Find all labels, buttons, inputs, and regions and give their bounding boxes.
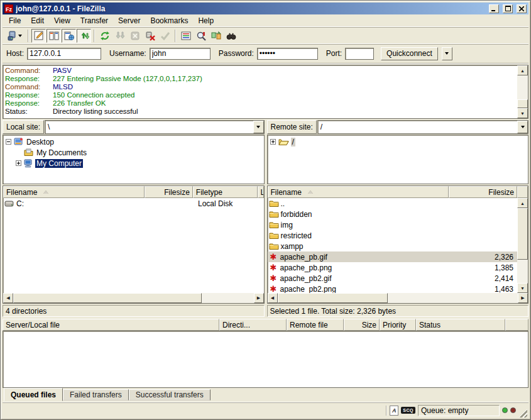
scroll-left-icon[interactable]: ◀ [268,293,278,303]
synchronized-browsing-button[interactable] [209,29,223,43]
toggle-message-log-button[interactable] [31,29,46,43]
column-filename[interactable]: Filename [3,186,145,198]
remote-list-status: Selected 1 file. Total size: 2,326 bytes [267,305,529,317]
scroll-left-icon[interactable]: ◀ [3,293,13,303]
file-row[interactable]: ✱apache_pb2.png 1,463 [268,284,518,293]
remote-site-combo[interactable]: / [317,120,528,134]
menu-help[interactable]: Help [193,15,219,26]
remote-site-dropdown-button[interactable] [517,121,528,133]
password-input[interactable] [257,48,318,60]
menu-view[interactable]: View [49,15,75,26]
folder-row[interactable]: .. [268,198,518,209]
scrollbar-track[interactable] [202,293,254,303]
file-row[interactable]: ✱apache_pb2.gif 2,414 [268,273,518,284]
tree-item-my-computer[interactable]: My Computer [4,158,264,169]
scroll-right-icon[interactable]: ▶ [254,293,264,303]
column-filesize[interactable]: Filesize [449,186,518,198]
menu-transfer[interactable]: Transfer [75,15,113,26]
menu-file[interactable]: File [4,15,26,26]
speed-limits-icon[interactable]: SCQ [401,407,415,414]
queue-body[interactable] [3,331,528,388]
host-input[interactable] [27,48,101,60]
scrollbar-track[interactable] [388,293,518,303]
toggle-queue-button[interactable] [77,29,91,43]
resize-grip[interactable] [518,409,527,417]
menu-server[interactable]: Server [113,15,145,26]
process-queue-button[interactable] [112,29,127,43]
username-input[interactable] [150,48,211,60]
expand-icon[interactable] [270,139,276,145]
column-server-local-file[interactable]: Server/Local file [3,319,219,331]
maximize-button[interactable] [503,4,513,13]
column-filetype[interactable]: Filetype [193,186,258,198]
log-scrollbar[interactable]: ▲ ▼ [517,65,528,118]
quickconnect-dropdown-button[interactable] [442,47,452,60]
column-filename[interactable]: Filename [268,186,449,198]
message-log-icon [34,31,44,41]
queue-tabs: Queued files Failed transfers Successful… [3,388,528,402]
quickconnect-button[interactable]: Quickconnect [381,47,438,60]
site-manager-icon [7,31,17,41]
scroll-right-icon[interactable]: ▶ [518,293,528,303]
port-input[interactable] [345,48,374,60]
column-direction[interactable]: Directi... [219,319,287,331]
scrollbar-thumb[interactable] [517,99,528,108]
toggle-local-tree-button[interactable] [47,29,61,43]
column-last-modified[interactable]: L [258,186,264,198]
local-site-combo[interactable]: \ [45,120,264,134]
site-manager-button[interactable] [4,29,25,43]
menu-edit[interactable]: Edit [26,15,49,26]
cancel-button[interactable] [128,29,142,43]
refresh-button[interactable] [97,29,112,43]
file-row-selected[interactable]: ✱apache_pb.gif 2,326 [268,251,518,262]
folder-row[interactable]: xampp [268,241,518,251]
tree-item-root[interactable]: / [269,136,528,147]
data-type-indicator-icon[interactable]: A [390,406,398,416]
find-files-button[interactable] [224,29,238,43]
scroll-down-icon[interactable]: ▼ [517,283,528,293]
remote-horizontal-scrollbar[interactable]: ◀ ▶ [268,293,528,303]
menu-bookmarks[interactable]: Bookmarks [145,15,193,26]
log-line: Command: MLSD [5,83,517,91]
scrollbar-thumb[interactable] [13,293,202,303]
folder-row[interactable]: restricted [268,230,518,241]
column-size[interactable]: Size [344,319,380,331]
scroll-down-icon[interactable]: ▼ [517,108,528,118]
scrollbar-track[interactable] [517,260,528,283]
tree-item-desktop[interactable]: Desktop [4,136,264,147]
tab-failed-transfers[interactable]: Failed transfers [63,389,129,401]
folder-row[interactable]: forbidden [268,209,518,219]
log-type: Status: [5,108,53,116]
collapse-icon[interactable] [6,139,11,145]
remote-vertical-scrollbar[interactable]: ▲ ▼ [517,198,528,293]
scroll-up-icon[interactable]: ▲ [517,65,528,75]
local-site-dropdown-button[interactable] [253,121,264,133]
folder-row[interactable]: img [268,219,518,230]
tree-item-my-documents[interactable]: My Documents [4,147,264,158]
column-priority[interactable]: Priority [380,319,416,331]
disconnect-button[interactable] [143,29,157,43]
expand-icon[interactable] [16,160,21,166]
chevron-down-icon [445,52,449,55]
reconnect-button[interactable] [158,29,172,43]
title-bar[interactable]: Fz john@127.0.0.1 - FileZilla [3,3,528,14]
close-button[interactable] [517,4,527,13]
column-remote-file[interactable]: Remote file [287,319,344,331]
scroll-up-icon[interactable]: ▲ [517,198,528,208]
scrollbar-track[interactable] [517,75,528,99]
file-row-c-drive[interactable]: C: Local Disk [3,198,264,209]
directory-comparison-button[interactable] [194,29,208,43]
scrollbar-thumb[interactable] [517,208,528,260]
minimize-button[interactable] [489,4,499,13]
column-status[interactable]: Status [416,319,505,331]
filter-button[interactable] [178,29,193,43]
tab-queued-files[interactable]: Queued files [4,388,63,401]
status-bar: A SCQ Queue: empty [3,402,528,417]
file-row[interactable]: ✱apache_pb.png 1,385 [268,262,518,273]
scrollbar-thumb[interactable] [278,293,388,303]
toggle-remote-tree-button[interactable] [62,29,76,43]
local-horizontal-scrollbar[interactable]: ◀ ▶ [3,293,264,303]
local-site-path: \ [45,123,253,131]
column-filesize[interactable]: Filesize [145,186,193,198]
tab-successful-transfers[interactable]: Successful transfers [129,389,211,401]
